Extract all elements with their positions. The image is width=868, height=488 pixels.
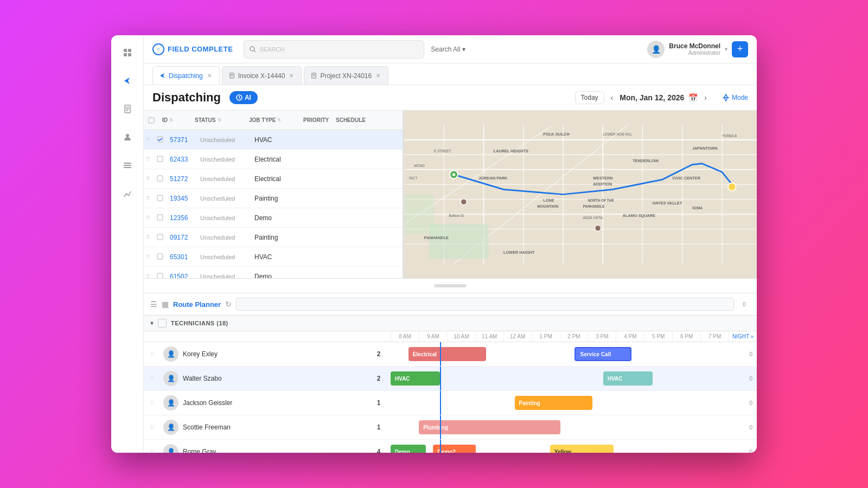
th-select[interactable] — [146, 117, 159, 124]
search-bar[interactable]: SEARCH — [244, 40, 424, 59]
add-button[interactable]: + — [732, 41, 748, 57]
sidebar-item-grid[interactable] — [119, 44, 136, 61]
job-block[interactable]: Painting — [515, 396, 593, 410]
row-id[interactable]: 57371 — [168, 136, 200, 144]
job-block[interactable]: Service Call — [575, 347, 631, 361]
expand-icon[interactable]: ▾ — [150, 319, 154, 327]
refresh-icon[interactable]: ↻ — [225, 300, 232, 309]
list-view-icon[interactable]: ☰ — [150, 300, 157, 309]
job-block[interactable]: Demo2 — [433, 445, 475, 453]
page-header: Dispatching AI Today ‹ Mon, Jan 12, 2026… — [144, 85, 757, 111]
drag-handle: ⠿ — [146, 195, 155, 201]
sidebar-item-users[interactable] — [119, 129, 136, 146]
tab-project-close[interactable]: ✕ — [375, 72, 381, 80]
row-jobtype: HVAC — [254, 136, 309, 144]
route-planner-button[interactable]: Route Planner — [173, 300, 221, 309]
today-button[interactable]: Today — [575, 91, 604, 104]
table-row[interactable]: ⠿ 65301 Unscheduled HVAC — [144, 247, 403, 267]
scroll-divider-bar — [144, 279, 757, 293]
table-row[interactable]: ⠿ 61502 Unscheduled Demo — [144, 267, 403, 278]
time-slot-label: 11 AM — [475, 331, 503, 342]
row-jobtype: Electrical — [254, 175, 309, 183]
tech-timeline: DemoDemo2Yellow — [391, 440, 745, 453]
row-id[interactable]: 09172 — [168, 234, 200, 241]
map-section[interactable]: POLK GULCH LOWER NOB HILL JAPANTOWN YERB… — [404, 111, 757, 278]
row-checkbox[interactable] — [155, 252, 168, 262]
th-id[interactable]: ID ⇅ — [159, 117, 192, 123]
row-id[interactable]: 62433 — [168, 156, 200, 163]
svg-text:RICT: RICT — [409, 176, 417, 180]
tech-info: ⠿ 👤 Jackson Geissler 1 — [144, 395, 391, 410]
row-checkbox[interactable] — [155, 135, 168, 145]
row-checkbox[interactable] — [155, 213, 168, 223]
sort-jobtype-icon: ⇅ — [277, 118, 281, 123]
jobs-table: ID ⇅ STATUS ⇅ JOB TYPE ⇅ PRIORITY SCHEDU… — [144, 111, 404, 278]
svg-text:HAYES VALLEY: HAYES VALLEY — [653, 201, 682, 206]
tab-invoice-close[interactable]: ✕ — [288, 72, 295, 80]
time-indicator — [440, 440, 441, 453]
user-dropdown-icon[interactable]: ▾ — [725, 46, 727, 52]
table-row[interactable]: ⠿ 62433 Unscheduled Electrical — [144, 150, 403, 169]
th-priority[interactable]: PRIORITY — [300, 117, 333, 123]
row-status: Unscheduled — [200, 254, 254, 260]
sidebar-item-dispatch[interactable] — [119, 72, 136, 89]
row-id[interactable]: 65301 — [168, 253, 200, 261]
next-date-button[interactable]: › — [702, 91, 709, 104]
tech-drag-handle: ⠿ — [150, 400, 159, 406]
sidebar-item-doc[interactable] — [119, 100, 136, 118]
job-block[interactable]: HVAC — [603, 371, 653, 386]
sidebar-item-chart[interactable] — [119, 185, 136, 202]
job-block[interactable]: Electrical — [409, 347, 487, 361]
prev-date-button[interactable]: ‹ — [609, 91, 616, 104]
table-row[interactable]: ⠿ 12356 Unscheduled Demo — [144, 208, 403, 228]
row-checkbox[interactable] — [155, 194, 168, 203]
svg-text:WESTERN: WESTERN — [593, 176, 613, 181]
tech-info: ⠿ 👤 Walter Szabo 2 — [144, 371, 391, 386]
svg-text:JAPANTOWN: JAPANTOWN — [692, 146, 717, 151]
th-status[interactable]: STATUS ⇅ — [192, 117, 246, 123]
search-icon — [250, 46, 256, 53]
svg-text:E STREET: E STREET — [434, 149, 451, 153]
time-scroll-bar[interactable] — [236, 298, 734, 311]
th-jobtype[interactable]: JOB TYPE ⇅ — [246, 117, 300, 123]
job-block[interactable]: Demo — [391, 445, 426, 453]
tech-timeline: Painting — [391, 391, 745, 415]
job-block[interactable]: HVAC — [391, 371, 440, 386]
row-status: Unscheduled — [200, 137, 254, 143]
table-body: ⠿ 57371 Unscheduled HVAC ⠿ 62433 Unsched… — [144, 130, 403, 278]
tab-project-label: Project XN-24016 — [320, 72, 372, 80]
technician-row: ⠿ 👤 Walter Szabo 2 HVACHVAC 0 — [144, 367, 757, 391]
ai-button[interactable]: AI — [229, 91, 258, 104]
tab-project[interactable]: Project XN-24016 ✕ — [304, 66, 388, 85]
table-row[interactable]: ⠿ 51272 Unscheduled Electrical — [144, 169, 403, 189]
row-id[interactable]: 61502 — [168, 273, 200, 279]
row-checkbox[interactable] — [155, 155, 168, 164]
table-row[interactable]: ⠿ 19345 Unscheduled Painting — [144, 189, 403, 208]
sidebar-item-list[interactable] — [119, 157, 136, 174]
search-all-button[interactable]: Search All ▾ — [431, 46, 465, 53]
job-block[interactable]: Yellow — [550, 445, 614, 453]
row-id[interactable]: 51272 — [168, 175, 200, 183]
technicians-header: ▾ TECHNICIANS (18) — [144, 316, 757, 331]
tab-invoice[interactable]: Invoice X-14440 ✕ — [222, 66, 302, 85]
calendar-icon[interactable]: 📅 — [688, 93, 698, 102]
project-icon — [311, 73, 317, 79]
svg-rect-50 — [404, 195, 434, 234]
grid-view-icon[interactable]: ▦ — [162, 300, 169, 309]
table-row[interactable]: ⠿ 57371 Unscheduled HVAC — [144, 130, 403, 150]
row-checkbox[interactable] — [155, 233, 168, 242]
tab-dispatching[interactable]: Dispatching ✕ — [152, 66, 220, 85]
row-checkbox[interactable] — [155, 272, 168, 279]
select-all-checkbox[interactable] — [158, 319, 167, 328]
row-checkbox[interactable] — [155, 174, 168, 184]
row-id[interactable]: 12356 — [168, 214, 200, 222]
th-schedule[interactable]: SCHEDULE — [333, 117, 400, 123]
mode-icon — [722, 94, 730, 101]
row-id[interactable]: 19345 — [168, 195, 200, 202]
svg-point-79 — [595, 225, 601, 231]
mode-button[interactable]: Mode — [722, 94, 748, 101]
tab-dispatching-close[interactable]: ✕ — [206, 72, 213, 80]
tech-avatar: 👤 — [163, 371, 178, 386]
row-jobtype: HVAC — [254, 253, 309, 261]
table-row[interactable]: ⠿ 09172 Unscheduled Painting — [144, 228, 403, 247]
